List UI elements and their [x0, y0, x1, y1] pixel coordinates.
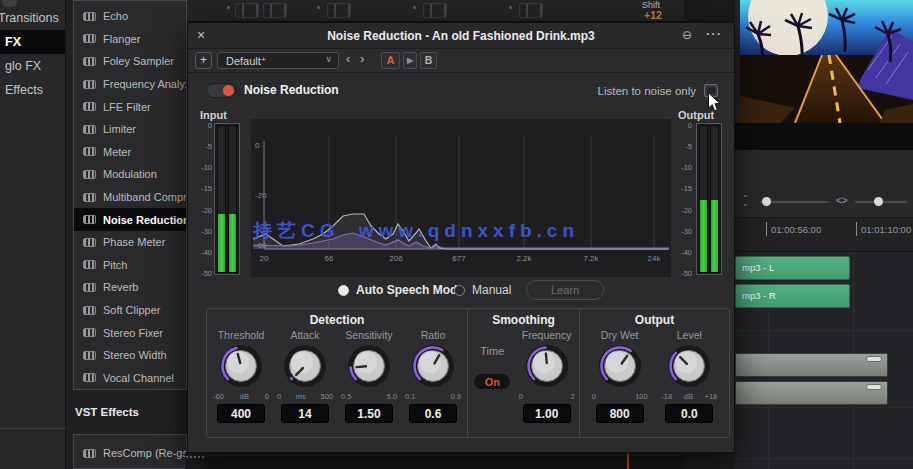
graph-y-label: -60	[255, 241, 267, 250]
auto-speech-mode-label: Auto Speech Mode	[356, 283, 464, 297]
meter-scale-label: -30	[201, 226, 212, 235]
audio-clip-left[interactable]: mp3 - L	[735, 256, 850, 280]
section-title: Output	[580, 313, 729, 329]
knob-sensitivity-value[interactable]: 1.50	[345, 404, 393, 423]
knob-dry-wet-value[interactable]: 800	[596, 404, 644, 423]
knob-level-dial[interactable]	[666, 344, 712, 392]
fx-item-stereo-width[interactable]: Stereo Width	[74, 344, 186, 367]
knob-ratio-dial[interactable]	[410, 344, 456, 392]
automation-bar[interactable]	[735, 381, 888, 405]
menu-icon[interactable]: ···	[706, 26, 722, 41]
fx-item-reverb[interactable]: Reverb	[74, 276, 186, 299]
bar-handle[interactable]	[866, 384, 882, 390]
knob-attack-value[interactable]: 14	[281, 404, 329, 423]
fx-item-frequency-analyzer[interactable]: Frequency Analyzer	[74, 73, 186, 96]
dialog-title: Noise Reduction - An old Fashioned Drink…	[188, 23, 734, 49]
knob-label: Dry Wet	[601, 329, 639, 344]
fx-item-flanger[interactable]: Flanger	[74, 28, 186, 51]
knob-threshold-value[interactable]: 400	[217, 404, 265, 423]
fx-item-label: Foley Sampler	[103, 55, 174, 67]
plugin-enable-toggle[interactable]	[206, 83, 236, 98]
time-on-toggle[interactable]: On	[473, 373, 511, 390]
zoom-vertical-icon[interactable]: ⌃⌄	[742, 196, 749, 206]
knob-frequency-value[interactable]: 1.00	[523, 404, 571, 423]
bar-handle[interactable]	[866, 356, 882, 362]
plugin-icon	[83, 373, 96, 382]
meter-scale-label: 0	[208, 121, 212, 130]
fx-item-soft-clipper[interactable]: Soft Clipper	[74, 299, 186, 322]
vst-effects-header: VST Effects	[75, 406, 139, 418]
fx-item-phase-meter[interactable]: Phase Meter	[74, 231, 186, 254]
knob-sensitivity: Sensitivity0.55.01.50	[339, 329, 399, 423]
fx-item-pitch[interactable]: Pitch	[74, 254, 186, 277]
fx-item-multiband-compressor[interactable]: Multiband Compressor	[74, 186, 186, 209]
ab-compare-a-button[interactable]: A	[381, 52, 400, 69]
timecode-ruler[interactable]: 01:00:56:00 01:01:10:00	[735, 218, 913, 252]
add-preset-button[interactable]: +	[195, 52, 212, 69]
knob-dry-wet-dial[interactable]	[597, 344, 643, 392]
audio-clip-right[interactable]: mp3 - R	[735, 284, 850, 308]
preset-dropdown[interactable]: Default⁺ ∨	[217, 52, 339, 69]
knob-scale: 0.55.0	[341, 392, 397, 402]
plugin-icon	[83, 34, 96, 43]
meter-scale-label: -15	[201, 184, 212, 193]
fx-item-rescomp[interactable]: ResComp (Re-gs E...	[74, 442, 186, 465]
knob-frequency-dial[interactable]	[524, 344, 570, 392]
dialog-titlebar[interactable]: × Noise Reduction - An old Fashioned Dri…	[188, 23, 734, 49]
automation-bar[interactable]	[735, 353, 888, 377]
next-preset-button[interactable]: ›	[360, 51, 364, 66]
ab-copy-arrow-button[interactable]: ▶	[403, 52, 417, 69]
ruler-tick	[766, 222, 767, 236]
fx-item-lfe-filter[interactable]: LFE Filter	[74, 95, 186, 118]
ab-compare-b-button[interactable]: B	[420, 52, 437, 69]
fx-item-echo[interactable]: Echo	[74, 5, 186, 28]
auto-speech-mode-radio[interactable]	[338, 285, 349, 296]
zoom-slider2-handle[interactable]	[874, 197, 883, 206]
mixer-module-icon	[519, 3, 543, 18]
knob-threshold: Threshold-60dB0400	[211, 329, 271, 423]
plugin-icon	[83, 170, 96, 179]
grid-line	[735, 330, 913, 331]
meter-scale-label: -15	[681, 184, 692, 193]
mixer-module-icon	[235, 3, 259, 18]
noise-reduction-dialog: × Noise Reduction - An old Fashioned Dri…	[187, 22, 735, 453]
manual-mode-radio[interactable]	[454, 285, 465, 296]
knob-attack-dial[interactable]	[282, 344, 328, 392]
graph-x-label: 2.2k	[516, 254, 531, 263]
zoom-slider-handle[interactable]	[762, 197, 771, 206]
zoom-horizontal-icon[interactable]: <>	[836, 196, 848, 206]
nav-item-transitions[interactable]: Transitions	[0, 6, 65, 30]
knob-label: Threshold	[218, 329, 265, 344]
collapse-icon[interactable]: ⊖	[682, 28, 692, 42]
section-body: TimeOnFrequency021.00	[468, 329, 579, 423]
fx-item-foley-sampler[interactable]: Foley Sampler	[74, 50, 186, 73]
playhead[interactable]	[627, 452, 629, 469]
meter-bar	[710, 125, 719, 273]
meter-scale-label: -5	[685, 142, 692, 151]
timeline-toolbar: ⌃⌄ <>	[735, 150, 913, 218]
section-body: Dry Wet0100800Level-18dB+180.0	[580, 329, 729, 423]
prev-preset-button[interactable]: ‹	[346, 51, 350, 66]
fx-item-meter[interactable]: Meter	[74, 141, 186, 164]
fx-item-vocal-channel[interactable]: Vocal Channel	[74, 367, 186, 390]
nav-item-glo-fx[interactable]: glo FX	[0, 54, 65, 78]
fx-item-limiter[interactable]: Limiter	[74, 118, 186, 141]
nav-item-effects[interactable]: Effects	[0, 78, 65, 102]
learn-button[interactable]: Learn	[526, 280, 604, 300]
fx-item-modulation[interactable]: Modulation	[74, 163, 186, 186]
plugin-icon	[83, 238, 96, 247]
nav-item-fx[interactable]: FX	[0, 30, 65, 54]
knob-threshold-dial[interactable]	[218, 344, 264, 392]
fx-item-stereo-fixer[interactable]: Stereo Fixer	[74, 321, 186, 344]
knob-scale: -60dB0	[213, 392, 269, 402]
synthwave-scene	[740, 0, 913, 123]
output-section: Output Dry Wet0100800Level-18dB+180.0	[579, 309, 729, 437]
plugin-icon	[83, 328, 96, 337]
output-meter-scale: 0-5-10-15-20-30-40-50	[672, 125, 692, 273]
meter-scale-label: -50	[201, 269, 212, 278]
knob-level-value[interactable]: 0.0	[665, 404, 713, 423]
plugin-icon	[83, 449, 96, 458]
knob-ratio-value[interactable]: 0.6	[409, 404, 457, 423]
knob-sensitivity-dial[interactable]	[346, 344, 392, 392]
fx-item-noise-reduction[interactable]: Noise Reduction	[74, 208, 186, 231]
